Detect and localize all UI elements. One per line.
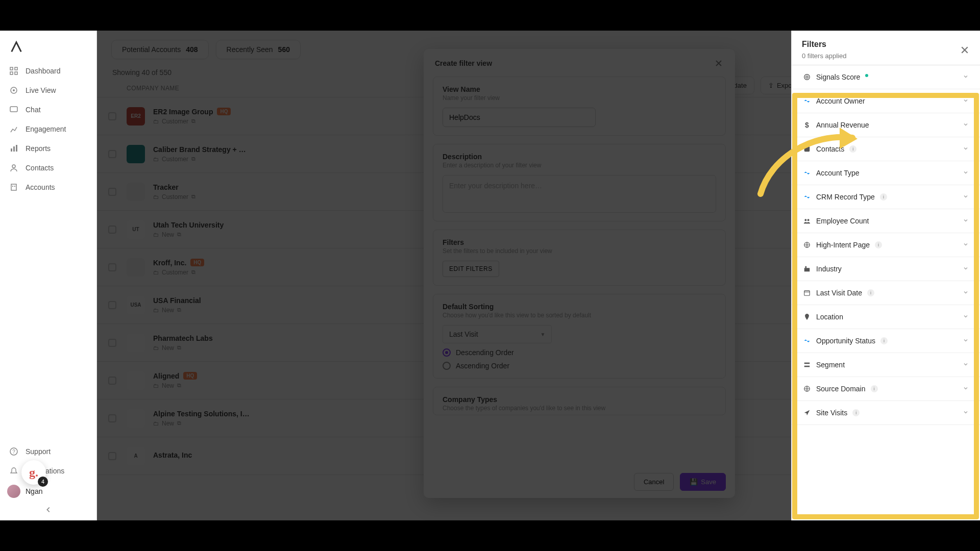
filter-item[interactable]: $ Annual Revenue <box>792 113 980 137</box>
sidebar-footer: ? Support Notifications Ngan <box>0 442 96 520</box>
filter-item[interactable]: Signals Score <box>792 65 980 89</box>
info-badge: i <box>849 145 856 153</box>
info-badge: i <box>880 193 887 201</box>
nav-engagement[interactable]: Engagement <box>0 119 96 139</box>
svg-point-17 <box>806 76 808 78</box>
nav-icon <box>803 409 811 417</box>
filter-label: Industry <box>816 265 842 273</box>
calendar-icon <box>803 289 811 297</box>
help-icon: ? <box>9 447 18 456</box>
filter-label: Opportunity Status <box>816 337 875 345</box>
filters-applied-count: 0 filters applied <box>802 49 846 60</box>
contacts-icon <box>803 145 811 153</box>
new-indicator <box>865 74 868 77</box>
filters-title: Filters <box>802 40 846 49</box>
chevron-down-icon <box>963 265 969 273</box>
svg-point-10 <box>12 165 15 168</box>
close-icon <box>961 46 969 54</box>
filter-item[interactable]: Opportunity Status i <box>792 329 980 353</box>
svg-rect-13 <box>14 186 15 187</box>
industry-icon <box>803 265 811 273</box>
chat-icon <box>9 105 18 114</box>
filter-item[interactable]: Industry <box>792 257 980 281</box>
nav-liveview[interactable]: Live View <box>0 81 96 100</box>
pin-icon <box>803 313 811 321</box>
info-badge: i <box>880 337 888 344</box>
filter-label: Location <box>816 313 843 321</box>
svg-rect-3 <box>15 72 17 74</box>
nav-accounts[interactable]: Accounts <box>0 178 96 197</box>
chevron-down-icon <box>963 313 969 321</box>
filter-label: Employee Count <box>816 217 869 225</box>
chevron-down-icon <box>963 289 969 297</box>
nav-label: Contacts <box>26 164 54 172</box>
filter-item[interactable]: Contacts i <box>792 137 980 161</box>
crm-icon <box>803 193 811 201</box>
nav-dashboard[interactable]: Dashboard <box>0 61 96 81</box>
filter-item[interactable]: Site Visits i <box>792 401 980 425</box>
svg-point-19 <box>804 219 806 221</box>
filters-panel: Filters 0 filters applied Signals Score … <box>791 31 980 520</box>
crm-icon <box>803 97 811 105</box>
filter-item[interactable]: Location <box>792 305 980 329</box>
chevron-down-icon <box>963 409 969 417</box>
nav-chat[interactable]: Chat <box>0 100 96 119</box>
svg-point-16 <box>804 74 810 80</box>
radar-icon <box>9 86 18 95</box>
globe-icon <box>803 385 811 393</box>
badge-count: 4 <box>38 477 48 487</box>
nav-label: Accounts <box>26 183 55 191</box>
filters-header: Filters 0 filters applied <box>792 31 980 65</box>
nav-label: Chat <box>26 106 41 114</box>
filters-list: Signals Score Account Owner $ Annual Rev… <box>792 65 980 520</box>
chevron-down-icon <box>963 337 969 345</box>
filter-label: Site Visits <box>816 409 847 417</box>
filter-label: High-Intent Page <box>816 241 870 249</box>
filter-label: Annual Revenue <box>816 121 869 129</box>
building-icon <box>9 183 18 192</box>
svg-rect-0 <box>10 67 13 70</box>
filter-item[interactable]: Last Visit Date i <box>792 281 980 305</box>
svg-rect-23 <box>805 266 807 268</box>
svg-rect-24 <box>804 291 810 296</box>
nav-label: Reports <box>26 144 51 153</box>
svg-rect-2 <box>10 72 13 74</box>
svg-rect-8 <box>13 146 15 152</box>
chevron-down-icon <box>963 385 969 393</box>
filter-item[interactable]: High-Intent Page i <box>792 233 980 257</box>
svg-rect-12 <box>12 186 13 187</box>
grid-icon <box>9 66 18 76</box>
svg-rect-11 <box>11 184 16 190</box>
bar-chart-icon <box>9 144 18 153</box>
app-root: Dashboard Live View Chat Engagement <box>0 31 980 520</box>
chevron-down-icon <box>963 169 969 177</box>
nav-reports[interactable]: Reports <box>0 139 96 158</box>
nav-notifications[interactable]: Notifications <box>0 461 96 481</box>
nav-contacts[interactable]: Contacts <box>0 158 96 178</box>
people-icon <box>803 217 811 225</box>
filter-label: Account Type <box>816 169 860 177</box>
sidebar-collapse[interactable] <box>0 502 96 515</box>
filter-item[interactable]: Account Type <box>792 161 980 185</box>
filter-item[interactable]: Segment <box>792 353 980 377</box>
target-icon <box>803 73 811 81</box>
filter-item[interactable]: CRM Record Type i <box>792 185 980 209</box>
chevron-down-icon <box>963 73 969 81</box>
filter-item[interactable]: Employee Count <box>792 209 980 233</box>
svg-point-5 <box>13 89 15 91</box>
filter-label: Account Owner <box>816 97 865 105</box>
chevron-down-icon <box>963 121 969 129</box>
nav-support[interactable]: ? Support <box>0 442 96 461</box>
svg-point-20 <box>807 219 810 221</box>
chevron-down-icon <box>963 361 969 369</box>
badge-logo: g. <box>29 466 38 480</box>
floating-badge[interactable]: g. 4 <box>21 460 46 485</box>
user-name: Ngan <box>26 487 42 495</box>
filter-item[interactable]: Account Owner <box>792 89 980 113</box>
filter-item[interactable]: Source Domain i <box>792 377 980 401</box>
filters-close-button[interactable] <box>960 45 970 55</box>
filter-label: Contacts <box>816 145 844 153</box>
svg-rect-22 <box>804 268 810 271</box>
user-row[interactable]: Ngan <box>0 481 96 502</box>
svg-rect-9 <box>16 145 17 152</box>
